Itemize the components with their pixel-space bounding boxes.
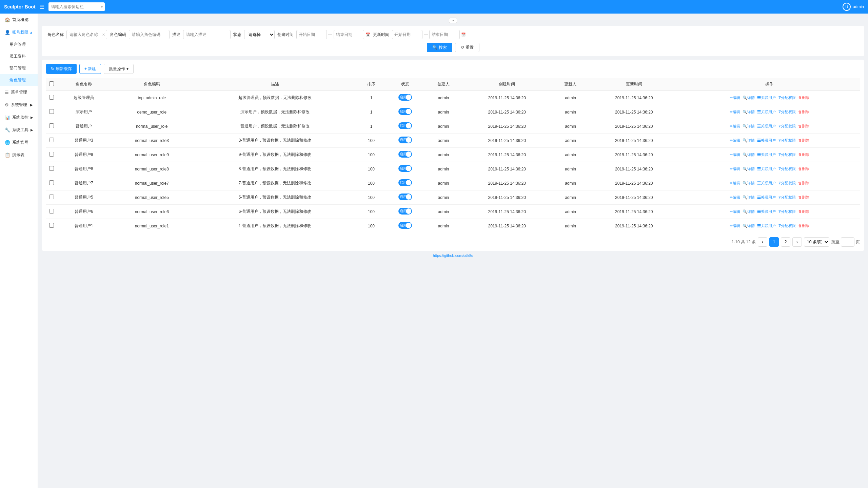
row-checkbox[interactable] — [49, 152, 54, 157]
status-toggle[interactable]: 启用 — [398, 122, 412, 129]
assign-perm-link[interactable]: ∇分配权限 — [778, 224, 796, 228]
status-toggle[interactable]: 启用 — [398, 222, 412, 229]
status-toggle[interactable]: 启用 — [398, 137, 412, 143]
status-toggle[interactable]: 启用 — [398, 151, 412, 158]
edit-link[interactable]: ✏编辑 — [730, 167, 740, 171]
create-time-end[interactable] — [334, 30, 364, 39]
link-user-link[interactable]: ☰关联用户 — [757, 209, 776, 214]
status-toggle[interactable]: 启用 — [398, 208, 412, 215]
detail-link[interactable]: 🔍详情 — [743, 138, 755, 142]
sidebar-item-sys-monitor[interactable]: 📊 系统监控 ▶ — [0, 111, 38, 124]
assign-perm-link[interactable]: ∇分配权限 — [778, 152, 796, 157]
edit-link[interactable]: ✏编辑 — [730, 195, 740, 199]
status-toggle[interactable]: 启用 — [398, 194, 412, 200]
sidebar-item-dept-mgmt[interactable]: 部门管理 — [0, 62, 38, 74]
select-all-checkbox[interactable] — [49, 81, 54, 86]
page-jump-input[interactable] — [841, 237, 854, 247]
assign-perm-link[interactable]: ∇分配权限 — [778, 138, 796, 142]
edit-link[interactable]: ✏编辑 — [730, 110, 740, 114]
sidebar-item-home[interactable]: 🏠 首页概览 — [0, 14, 38, 26]
detail-link[interactable]: 🔍详情 — [743, 124, 755, 128]
sidebar-item-sys-tools[interactable]: 🔧 系统工具 ▶ — [0, 124, 38, 136]
new-button[interactable]: + 新建 — [79, 64, 101, 74]
delete-link[interactable]: 🗑删除 — [798, 181, 809, 185]
sidebar-item-user-mgmt[interactable]: 用户管理 — [0, 39, 38, 50]
delete-link[interactable]: 🗑删除 — [798, 110, 809, 114]
link-user-link[interactable]: ☰关联用户 — [757, 152, 776, 157]
row-checkbox[interactable] — [49, 180, 54, 185]
sidebar-item-demo[interactable]: 📋 演示表 — [0, 149, 38, 161]
link-user-link[interactable]: ☰关联用户 — [757, 96, 776, 100]
row-checkbox[interactable] — [49, 195, 54, 199]
link-user-link[interactable]: ☰关联用户 — [757, 167, 776, 171]
page-2-btn[interactable]: 2 — [781, 237, 790, 247]
row-checkbox[interactable] — [49, 223, 54, 228]
next-page-btn[interactable]: › — [792, 237, 802, 247]
sidebar-group-account-header[interactable]: 👤 账号权限 ▲ — [0, 26, 38, 39]
assign-perm-link[interactable]: ∇分配权限 — [778, 195, 796, 199]
search-button[interactable]: 🔍 搜索 — [427, 43, 452, 52]
detail-link[interactable]: 🔍详情 — [743, 209, 755, 214]
row-checkbox[interactable] — [49, 209, 54, 214]
footer-link[interactable]: https://github.com/cdk8s — [433, 253, 473, 258]
sidebar-item-role-mgmt[interactable]: 角色管理 — [0, 74, 38, 86]
sidebar-item-sys-mgmt[interactable]: ⚙ 系统管理 ▶ — [0, 99, 38, 111]
delete-link[interactable]: 🗑删除 — [798, 209, 809, 214]
assign-perm-link[interactable]: ∇分配权限 — [778, 181, 796, 185]
update-time-start[interactable] — [392, 30, 422, 39]
edit-link[interactable]: ✏编辑 — [730, 152, 740, 157]
page-1-btn[interactable]: 1 — [769, 237, 779, 247]
detail-link[interactable]: 🔍详情 — [743, 195, 755, 199]
link-user-link[interactable]: ☰关联用户 — [757, 124, 776, 128]
create-time-calendar-icon[interactable]: 📅 — [366, 33, 370, 37]
reset-button[interactable]: ↺ 重置 — [455, 43, 479, 52]
update-time-end[interactable] — [429, 30, 460, 39]
status-toggle[interactable]: 启用 — [398, 94, 412, 101]
row-checkbox[interactable] — [49, 166, 54, 171]
detail-link[interactable]: 🔍详情 — [743, 96, 755, 100]
collapse-toggle-btn[interactable]: ▾ — [449, 18, 457, 23]
assign-perm-link[interactable]: ∇分配权限 — [778, 96, 796, 100]
status-toggle[interactable]: 启用 — [398, 179, 412, 186]
edit-link[interactable]: ✏编辑 — [730, 181, 740, 185]
delete-link[interactable]: 🗑删除 — [798, 195, 809, 199]
delete-link[interactable]: 🗑删除 — [798, 224, 809, 228]
detail-link[interactable]: 🔍详情 — [743, 152, 755, 157]
delete-link[interactable]: 🗑删除 — [798, 152, 809, 157]
page-size-select[interactable]: 10 条/页 20 条/页 50 条/页 — [804, 237, 829, 247]
delete-link[interactable]: 🗑删除 — [798, 167, 809, 171]
edit-link[interactable]: ✏编辑 — [730, 209, 740, 214]
desc-input[interactable] — [183, 30, 231, 39]
detail-link[interactable]: 🔍详情 — [743, 181, 755, 185]
delete-link[interactable]: 🗑删除 — [798, 138, 809, 142]
detail-link[interactable]: 🔍详情 — [743, 167, 755, 171]
row-checkbox[interactable] — [49, 138, 54, 142]
row-checkbox[interactable] — [49, 109, 54, 114]
update-time-calendar-icon[interactable]: 📅 — [461, 33, 466, 37]
delete-link[interactable]: 🗑删除 — [798, 96, 809, 100]
assign-perm-link[interactable]: ∇分配权限 — [778, 110, 796, 114]
edit-link[interactable]: ✏编辑 — [730, 224, 740, 228]
link-user-link[interactable]: ☰关联用户 — [757, 110, 776, 114]
sidebar-item-menu-mgmt[interactable]: ☰ 菜单管理 — [0, 86, 38, 99]
sidebar-item-employee[interactable]: 员工资料 — [0, 50, 38, 62]
link-user-link[interactable]: ☰关联用户 — [757, 195, 776, 199]
status-toggle[interactable]: 启用 — [398, 165, 412, 172]
delete-link[interactable]: 🗑删除 — [798, 124, 809, 128]
detail-link[interactable]: 🔍详情 — [743, 110, 755, 114]
link-user-link[interactable]: ☰关联用户 — [757, 138, 776, 142]
link-user-link[interactable]: ☰关联用户 — [757, 224, 776, 228]
row-checkbox[interactable] — [49, 95, 54, 100]
sidebar-search-input[interactable] — [48, 2, 105, 11]
edit-link[interactable]: ✏编辑 — [730, 124, 740, 128]
role-code-input[interactable] — [129, 30, 170, 39]
detail-link[interactable]: 🔍详情 — [743, 224, 755, 228]
menu-toggle-icon[interactable]: ☰ — [40, 4, 44, 10]
batch-button[interactable]: 批量操作 ▾ — [104, 64, 133, 74]
row-checkbox[interactable] — [49, 123, 54, 128]
sidebar-item-sys-site[interactable]: 🌐 系统官网 — [0, 136, 38, 149]
edit-link[interactable]: ✏编辑 — [730, 138, 740, 142]
link-user-link[interactable]: ☰关联用户 — [757, 181, 776, 185]
role-name-input[interactable] — [66, 30, 107, 39]
assign-perm-link[interactable]: ∇分配权限 — [778, 209, 796, 214]
